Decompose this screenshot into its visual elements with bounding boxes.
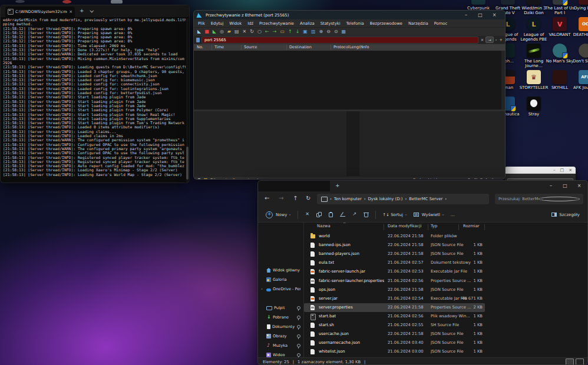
file-row-eula-txt[interactable]: eula.txt21.06.2024 02:57Dokument tekstow… — [304, 258, 485, 267]
column-separator[interactable] — [484, 224, 485, 230]
sort-button[interactable]: ↑↓ Sortuj — [382, 213, 403, 217]
column-separator[interactable] — [286, 45, 287, 50]
scrollbar-thumb[interactable] — [186, 147, 189, 180]
filter-bookmark-icon[interactable] — [196, 38, 200, 42]
tab-dropdown-icon[interactable]: › — [87, 9, 98, 13]
go-up-icon[interactable]: ↑ — [288, 29, 292, 35]
desktop-shortcut-stray[interactable]: Stray — [517, 97, 551, 117]
refresh-button[interactable]: ↻ — [306, 195, 310, 201]
restart-capture-icon[interactable]: ◣ — [213, 29, 216, 35]
sidebar-item-obrazy[interactable]: Obrazy — [260, 332, 302, 340]
column-separator[interactable] — [458, 224, 459, 230]
display-filter-input[interactable]: port 25565 — [201, 36, 478, 44]
close-icon[interactable]: × — [569, 167, 572, 174]
column-separator[interactable] — [331, 45, 331, 50]
close-icon[interactable]: × — [572, 182, 586, 190]
file-row-whitelist-json[interactable]: whitelist.json21.06.2024 03:00JSON Sourc… — [304, 347, 485, 356]
sidebar-item-wideo[interactable]: Wideo — [260, 351, 302, 357]
search-icon[interactable] — [539, 197, 580, 201]
column-separator[interactable] — [212, 45, 212, 50]
column-separator[interactable] — [346, 45, 347, 50]
menu-przechwytywanie[interactable]: Przechwytywanie — [259, 21, 294, 26]
menu-idź[interactable]: Idź — [247, 21, 253, 26]
zoom-out-icon[interactable]: ⊖ — [326, 29, 331, 35]
wireshark-titlebar[interactable]: Przechwytywanie z Ethernet (port 25565) … — [194, 11, 505, 19]
go-to-packet-icon[interactable]: ▭ — [280, 29, 285, 35]
filter-add-button[interactable]: + — [499, 38, 503, 42]
column-header-date[interactable]: Data modyfikacji — [388, 224, 421, 228]
column-separator[interactable] — [360, 45, 361, 50]
delete-icon[interactable] — [364, 212, 369, 217]
file-row-world[interactable]: world22.06.2024 21:58Folder plików — [304, 232, 485, 241]
column-header-no[interactable]: No. — [197, 45, 203, 49]
packet-detail-pane[interactable] — [194, 111, 346, 176]
breadcrumb-segment[interactable]: Ten komputer — [334, 197, 362, 201]
breadcrumb-segment[interactable]: BetterMC Server — [409, 197, 442, 201]
new-button[interactable]: Nowy — [276, 213, 287, 217]
desktop-shortcut-dying-light[interactable]: Dying Light — [569, 0, 588, 11]
copy-icon[interactable] — [316, 212, 322, 217]
minimize-icon[interactable]: – — [544, 182, 558, 190]
forward-button[interactable]: → — [279, 195, 283, 201]
column-header-name[interactable]: Nazwa — [317, 224, 331, 228]
menu-widok[interactable]: Widok — [229, 21, 242, 26]
rename-icon[interactable] — [340, 212, 345, 217]
go-down-icon[interactable]: ↓ — [296, 29, 300, 35]
breadcrumb[interactable]: ›Ten komputer›Dysk lokalny (D:)›BetterMC… — [317, 194, 489, 204]
resize-columns-icon[interactable]: ▦ — [342, 29, 346, 35]
minimize-icon[interactable]: – — [553, 167, 556, 174]
column-separator[interactable] — [428, 224, 428, 230]
view-dropdown-icon[interactable]: › — [441, 214, 445, 215]
menu-analiza[interactable]: Analiza — [300, 21, 315, 26]
details-view-button[interactable] — [566, 359, 574, 365]
sort-dropdown-icon[interactable]: › — [404, 214, 408, 215]
go-forward-icon[interactable]: → — [273, 29, 277, 35]
new-item-icon[interactable]: + — [266, 211, 273, 218]
file-row-usernamecache-json[interactable]: usernamecache.json21.06.2024 03:40JSON S… — [304, 339, 485, 347]
open-file-icon[interactable]: ▰ — [227, 29, 231, 35]
paste-icon[interactable] — [328, 212, 333, 217]
filter-apply-button[interactable]: → — [485, 36, 494, 43]
stop-capture-icon[interactable]: ■ — [204, 29, 209, 35]
file-row-server-jar[interactable]: server.jar21.06.2024 02:54Executable Jar… — [304, 294, 485, 303]
column-separator[interactable] — [384, 224, 384, 230]
file-row-ops-json[interactable]: ops.json22.06.2024 21:58JSON Source File… — [304, 286, 485, 294]
close-file-icon[interactable]: ✕ — [243, 29, 247, 35]
sidebar-item-pobrane[interactable]: Pobrane — [260, 313, 302, 321]
go-back-icon[interactable]: ← — [265, 29, 269, 35]
view-button[interactable]: Wyświetl — [422, 213, 440, 217]
find-packet-icon[interactable]: ○ — [257, 29, 262, 35]
chevron-right-icon[interactable]: › — [261, 287, 265, 291]
minimize-icon[interactable]: – — [459, 11, 473, 19]
zoom-in-icon[interactable]: ⊕ — [319, 29, 323, 35]
menu-telefonia[interactable]: Telefonia — [346, 21, 364, 26]
more-options-button[interactable]: … — [451, 213, 455, 217]
file-row-banned-players-json[interactable]: banned-players.json22.06.2024 21:58JSON … — [304, 250, 485, 258]
filter-dropdown-icon[interactable]: › — [494, 39, 499, 41]
maximize-icon[interactable]: □ — [473, 11, 487, 19]
thumbnail-view-button[interactable] — [576, 359, 584, 365]
menu-statystyki[interactable]: Statystyki — [321, 21, 341, 26]
sidebar-item-widok-g-wny[interactable]: Widok główny — [260, 266, 302, 274]
menu-pomoc[interactable]: Pomoc — [434, 21, 448, 26]
menu-bezprzewodowe[interactable]: Bezprzewodowe — [370, 21, 402, 26]
reload-icon[interactable]: ↻ — [250, 29, 254, 35]
file-row-fabric-server-launcher-properties[interactable]: fabric-server-launcher.properties21.06.2… — [304, 277, 485, 286]
desktop-shortcut-dont-starve[interactable]: Don't Starve — [569, 44, 588, 64]
terminal-tab[interactable]: C:\WINDOWS\system32\cmd. × — [5, 6, 75, 17]
sidebar-item-pulpit[interactable]: Pulpit — [260, 304, 302, 312]
terminal-titlebar[interactable]: C:\WINDOWS\system32\cmd. × + › — [1, 5, 189, 17]
column-header-length[interactable]: Length — [349, 45, 363, 49]
new-tab-button[interactable]: + — [335, 182, 340, 188]
explorer-tab[interactable] — [258, 181, 330, 191]
filter-clear-icon[interactable]: × — [480, 38, 484, 42]
file-row-server-properties[interactable]: server.properties22.06.2024 21:58Propert… — [304, 303, 485, 312]
cut-icon[interactable] — [305, 212, 310, 217]
file-row-start-bat[interactable]: start.bat21.06.2024 02:56Plik wsadowy Wi… — [304, 312, 485, 321]
column-header-size[interactable]: Rozmiar — [463, 224, 480, 228]
menu-edytuj[interactable]: Edytuj — [211, 21, 224, 26]
up-button[interactable]: ↑ — [293, 195, 298, 201]
details-pane-icon[interactable] — [551, 212, 557, 217]
desktop-shortcut-afk-journey[interactable]: AFKAFK Journey — [569, 70, 588, 90]
file-row-banned-ips-json[interactable]: banned-ips.json22.06.2024 21:58JSON Sour… — [304, 241, 485, 250]
